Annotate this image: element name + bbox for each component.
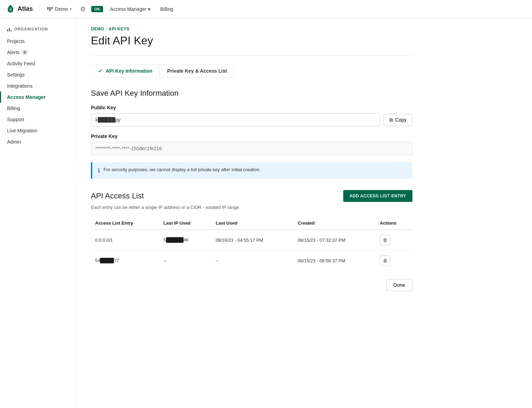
access-list-table: Access List Entry Last IP Used Last Used… — [91, 217, 412, 271]
sidebar-item-support[interactable]: Support — [0, 114, 77, 125]
logo-text: Atlas — [17, 5, 33, 13]
breadcrumb: DEMO › API KEYS — [91, 27, 412, 31]
access-list-desc: Each entry can be either a single IP add… — [91, 205, 412, 210]
row1-last-used: 08/16/23 - 04:55:17 PM — [211, 230, 294, 250]
delete-row2-button[interactable]: 🗑 — [380, 255, 390, 266]
gear-icon[interactable]: ⚙ — [79, 4, 87, 14]
row1-actions: 🗑 — [376, 230, 412, 250]
info-box: ℹ For security purposes, we cannot displ… — [91, 162, 412, 179]
table-row: 0.0.0.0/1 5 46 08/16/23 - 04:55:17 PM 08… — [91, 230, 412, 250]
org-selector[interactable]: Demo ▾ — [44, 5, 74, 13]
status-badge: OK — [91, 6, 103, 12]
main-content: DEMO › API KEYS Edit API Key ✓ API Key I… — [77, 18, 426, 408]
add-access-list-entry-button[interactable]: ADD ACCESS LIST ENTRY — [343, 190, 412, 202]
page-title: Edit API Key — [91, 34, 412, 47]
sidebar-section-label: ORGANIZATION — [0, 27, 77, 36]
nav-access-manager[interactable]: Access Manager ▾ — [107, 5, 153, 13]
redacted-ip-block — [166, 237, 184, 243]
breadcrumb-separator: › — [106, 27, 107, 31]
done-button[interactable]: Done — [386, 279, 412, 291]
row2-actions: 🗑 — [376, 250, 412, 271]
table-row: 54 77 -- -- 08/15/23 - 06:58:37 PM 🗑 — [91, 250, 412, 271]
nav-billing[interactable]: Billing — [157, 5, 176, 13]
sidebar-item-access-manager[interactable]: Access Manager — [0, 92, 77, 103]
row2-entry: 54 77 — [91, 250, 159, 271]
org-bar3 — [51, 7, 53, 9]
col-header-actions: Actions — [376, 217, 412, 230]
access-list-header: API Access List ADD ACCESS LIST ENTRY — [91, 190, 412, 202]
tabs: ✓ API Key Information Private Key & Acce… — [91, 64, 412, 78]
row1-entry: 0.0.0.0/1 — [91, 230, 159, 250]
access-list-title: API Access List — [91, 191, 144, 201]
public-key-label: Public Key — [91, 105, 412, 110]
redacted-entry-block — [100, 258, 114, 263]
sidebar-bar1 — [7, 29, 8, 31]
sidebar-item-integrations[interactable]: Integrations — [0, 80, 77, 92]
row1-created: 08/15/23 - 07:32:37 PM — [294, 230, 376, 250]
sidebar-org-icon — [7, 27, 12, 31]
delete-row1-button[interactable]: 🗑 — [380, 235, 390, 245]
copy-button[interactable]: ⧉ Copy — [383, 114, 412, 126]
org-name: Demo — [55, 6, 68, 12]
private-key-input — [91, 142, 412, 155]
sidebar-item-billing[interactable]: Billing — [0, 103, 77, 114]
public-key-row: ⧉ Copy — [91, 113, 412, 126]
sidebar-item-live-migration[interactable]: Live Migration — [0, 125, 77, 136]
col-header-entry: Access List Entry — [91, 217, 159, 230]
col-header-created: Created — [294, 217, 376, 230]
copy-icon: ⧉ — [389, 117, 393, 123]
sidebar-item-settings[interactable]: Settings — [0, 69, 77, 80]
sidebar-item-alerts[interactable]: Alerts 0 — [0, 47, 77, 58]
row2-created: 08/15/23 - 06:58:37 PM — [294, 250, 376, 271]
row2-last-used: -- — [211, 250, 294, 271]
alerts-badge: 0 — [22, 50, 28, 55]
logo: Atlas — [6, 4, 33, 14]
atlas-logo-icon — [6, 4, 15, 14]
public-key-field: Public Key ⧉ Copy — [91, 105, 412, 126]
private-key-label: Private Key — [91, 133, 412, 139]
sidebar-bar3 — [10, 30, 12, 31]
org-bar2 — [49, 7, 51, 11]
tab-check-icon: ✓ — [98, 68, 102, 74]
row2-last-ip: -- — [159, 250, 212, 271]
sidebar: ORGANIZATION Projects Alerts 0 Activity … — [0, 18, 77, 408]
info-icon: ℹ — [98, 167, 100, 174]
sidebar-item-activity-feed[interactable]: Activity Feed — [0, 58, 77, 69]
private-key-field: Private Key — [91, 133, 412, 155]
col-header-last-ip: Last IP Used — [159, 217, 212, 230]
info-text: For security purposes, we cannot display… — [103, 167, 260, 172]
tab-api-key-information[interactable]: ✓ API Key Information — [91, 64, 160, 78]
sidebar-bar2 — [9, 28, 10, 31]
section1-heading: Save API Key Information — [91, 89, 412, 98]
org-chevron-icon: ▾ — [70, 7, 72, 11]
section-divider — [91, 56, 412, 56]
done-button-row: Done — [91, 279, 412, 291]
org-icon — [47, 7, 53, 11]
sidebar-item-admin[interactable]: Admin — [0, 136, 77, 147]
col-header-last-used: Last Used — [211, 217, 294, 230]
access-manager-chevron-icon: ▾ — [148, 6, 150, 12]
public-key-input[interactable] — [91, 113, 380, 126]
sidebar-item-projects[interactable]: Projects — [0, 36, 77, 47]
row1-last-ip: 5 46 — [159, 230, 212, 250]
main-layout: ORGANIZATION Projects Alerts 0 Activity … — [0, 18, 532, 408]
org-bar1 — [47, 7, 49, 10]
top-navigation: Atlas Demo ▾ ⚙ OK Access Manager ▾ Billi… — [0, 0, 532, 18]
nav-divider — [40, 4, 40, 14]
tab-private-key-access-list[interactable]: Private Key & Access List — [160, 64, 234, 78]
